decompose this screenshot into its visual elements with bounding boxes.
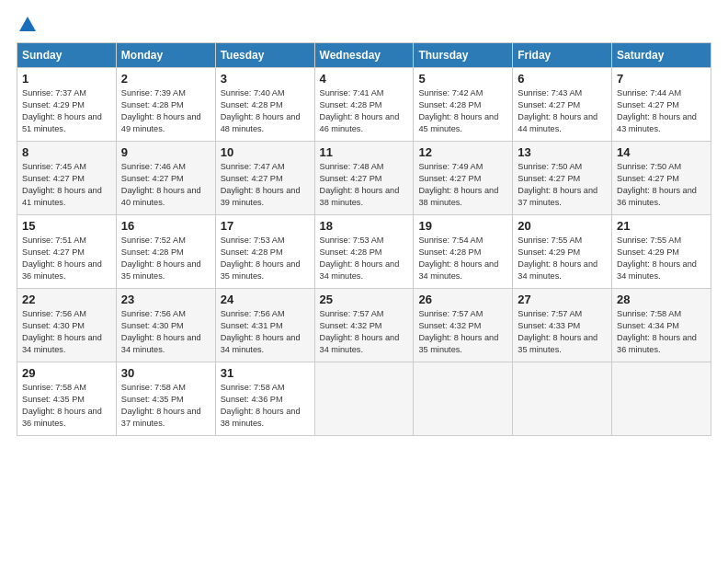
week-row: 8 Sunrise: 7:45 AMSunset: 4:27 PMDayligh… [17,142,711,215]
week-row: 1 Sunrise: 7:37 AMSunset: 4:29 PMDayligh… [17,68,711,142]
day-info: Sunrise: 7:53 AMSunset: 4:28 PMDaylight:… [320,236,400,281]
calendar-header: SundayMondayTuesdayWednesdayThursdayFrid… [17,43,711,68]
day-info: Sunrise: 7:50 AMSunset: 4:27 PMDaylight:… [518,162,597,207]
day-cell: 1 Sunrise: 7:37 AMSunset: 4:29 PMDayligh… [17,68,117,142]
day-number: 25 [320,293,409,306]
day-cell: 22 Sunrise: 7:56 AMSunset: 4:30 PMDaylig… [17,289,117,362]
day-cell: 16 Sunrise: 7:52 AMSunset: 4:28 PMDaylig… [116,215,215,289]
day-number: 23 [121,293,210,306]
day-info: Sunrise: 7:53 AMSunset: 4:28 PMDaylight:… [221,236,301,281]
day-cell: 7 Sunrise: 7:44 AMSunset: 4:27 PMDayligh… [612,68,711,142]
day-number: 22 [22,293,111,306]
day-number: 27 [518,293,607,306]
day-number: 8 [22,145,111,159]
day-number: 3 [221,72,310,86]
day-number: 20 [518,219,607,233]
day-info: Sunrise: 7:57 AMSunset: 4:32 PMDaylight:… [418,309,498,354]
calendar: SundayMondayTuesdayWednesdayThursdayFrid… [17,42,711,436]
header-cell-thursday: Thursday [414,43,513,68]
day-number: 24 [221,293,310,306]
day-cell: 6 Sunrise: 7:43 AMSunset: 4:27 PMDayligh… [513,68,612,142]
day-cell: 2 Sunrise: 7:39 AMSunset: 4:28 PMDayligh… [116,68,215,142]
day-cell: 20 Sunrise: 7:55 AMSunset: 4:29 PMDaylig… [513,215,612,289]
day-number: 14 [617,145,706,159]
day-info: Sunrise: 7:45 AMSunset: 4:27 PMDaylight:… [22,162,102,207]
day-info: Sunrise: 7:55 AMSunset: 4:29 PMDaylight:… [518,236,597,281]
day-number: 6 [518,72,607,86]
day-cell [513,362,612,436]
day-number: 19 [418,219,507,233]
day-cell [414,362,513,436]
header-row: SundayMondayTuesdayWednesdayThursdayFrid… [17,43,711,68]
day-cell: 4 Sunrise: 7:41 AMSunset: 4:28 PMDayligh… [314,68,414,142]
week-row: 15 Sunrise: 7:51 AMSunset: 4:27 PMDaylig… [17,215,711,289]
day-info: Sunrise: 7:57 AMSunset: 4:33 PMDaylight:… [518,309,597,354]
day-number: 29 [22,366,111,380]
day-info: Sunrise: 7:51 AMSunset: 4:27 PMDaylight:… [22,236,102,281]
day-info: Sunrise: 7:56 AMSunset: 4:30 PMDaylight:… [121,309,201,354]
day-info: Sunrise: 7:50 AMSunset: 4:27 PMDaylight:… [617,162,697,207]
header [17,17,711,33]
day-info: Sunrise: 7:57 AMSunset: 4:32 PMDaylight:… [320,309,400,354]
day-info: Sunrise: 7:47 AMSunset: 4:27 PMDaylight:… [221,162,301,207]
day-cell: 3 Sunrise: 7:40 AMSunset: 4:28 PMDayligh… [215,68,314,142]
week-row: 29 Sunrise: 7:58 AMSunset: 4:35 PMDaylig… [17,362,711,436]
day-cell: 26 Sunrise: 7:57 AMSunset: 4:32 PMDaylig… [414,289,513,362]
day-info: Sunrise: 7:48 AMSunset: 4:27 PMDaylight:… [320,162,400,207]
day-cell: 12 Sunrise: 7:49 AMSunset: 4:27 PMDaylig… [414,142,513,215]
day-info: Sunrise: 7:58 AMSunset: 4:35 PMDaylight:… [22,383,102,428]
header-cell-saturday: Saturday [612,43,711,68]
header-cell-friday: Friday [513,43,612,68]
day-info: Sunrise: 7:39 AMSunset: 4:28 PMDaylight:… [121,88,201,133]
day-number: 17 [221,219,310,233]
day-info: Sunrise: 7:49 AMSunset: 4:27 PMDaylight:… [418,162,498,207]
day-info: Sunrise: 7:55 AMSunset: 4:29 PMDaylight:… [617,236,697,281]
day-number: 11 [320,145,409,159]
day-cell: 5 Sunrise: 7:42 AMSunset: 4:28 PMDayligh… [414,68,513,142]
page: SundayMondayTuesdayWednesdayThursdayFrid… [0,0,728,563]
day-info: Sunrise: 7:40 AMSunset: 4:28 PMDaylight:… [221,88,301,133]
day-cell: 23 Sunrise: 7:56 AMSunset: 4:30 PMDaylig… [116,289,215,362]
day-info: Sunrise: 7:56 AMSunset: 4:30 PMDaylight:… [22,309,102,354]
day-cell: 25 Sunrise: 7:57 AMSunset: 4:32 PMDaylig… [314,289,414,362]
logo-triangle-icon [19,17,36,31]
day-cell: 24 Sunrise: 7:56 AMSunset: 4:31 PMDaylig… [215,289,314,362]
day-number: 28 [617,293,706,306]
day-number: 31 [221,366,310,380]
day-number: 5 [418,72,507,86]
day-cell [612,362,711,436]
day-number: 13 [518,145,607,159]
day-number: 2 [121,72,210,86]
day-cell: 19 Sunrise: 7:54 AMSunset: 4:28 PMDaylig… [414,215,513,289]
day-cell: 17 Sunrise: 7:53 AMSunset: 4:28 PMDaylig… [215,215,314,289]
day-number: 7 [617,72,706,86]
day-cell: 14 Sunrise: 7:50 AMSunset: 4:27 PMDaylig… [612,142,711,215]
header-cell-wednesday: Wednesday [314,43,414,68]
day-number: 16 [121,219,210,233]
day-cell [314,362,414,436]
day-cell: 9 Sunrise: 7:46 AMSunset: 4:27 PMDayligh… [116,142,215,215]
day-info: Sunrise: 7:58 AMSunset: 4:35 PMDaylight:… [121,383,201,428]
day-cell: 13 Sunrise: 7:50 AMSunset: 4:27 PMDaylig… [513,142,612,215]
day-info: Sunrise: 7:37 AMSunset: 4:29 PMDaylight:… [22,88,102,133]
day-info: Sunrise: 7:54 AMSunset: 4:28 PMDaylight:… [418,236,498,281]
day-number: 21 [617,219,706,233]
header-cell-sunday: Sunday [17,43,117,68]
day-cell: 27 Sunrise: 7:57 AMSunset: 4:33 PMDaylig… [513,289,612,362]
day-info: Sunrise: 7:46 AMSunset: 4:27 PMDaylight:… [121,162,201,207]
day-info: Sunrise: 7:56 AMSunset: 4:31 PMDaylight:… [221,309,301,354]
day-cell: 11 Sunrise: 7:48 AMSunset: 4:27 PMDaylig… [314,142,414,215]
day-info: Sunrise: 7:58 AMSunset: 4:36 PMDaylight:… [221,383,301,428]
day-number: 1 [22,72,111,86]
day-info: Sunrise: 7:43 AMSunset: 4:27 PMDaylight:… [518,88,597,133]
calendar-body: 1 Sunrise: 7:37 AMSunset: 4:29 PMDayligh… [17,68,711,436]
day-cell: 28 Sunrise: 7:58 AMSunset: 4:34 PMDaylig… [612,289,711,362]
day-cell: 30 Sunrise: 7:58 AMSunset: 4:35 PMDaylig… [116,362,215,436]
day-info: Sunrise: 7:44 AMSunset: 4:27 PMDaylight:… [617,88,697,133]
day-info: Sunrise: 7:58 AMSunset: 4:34 PMDaylight:… [617,309,697,354]
day-cell: 21 Sunrise: 7:55 AMSunset: 4:29 PMDaylig… [612,215,711,289]
header-cell-monday: Monday [116,43,215,68]
day-info: Sunrise: 7:41 AMSunset: 4:28 PMDaylight:… [320,88,400,133]
day-number: 15 [22,219,111,233]
day-cell: 8 Sunrise: 7:45 AMSunset: 4:27 PMDayligh… [17,142,117,215]
